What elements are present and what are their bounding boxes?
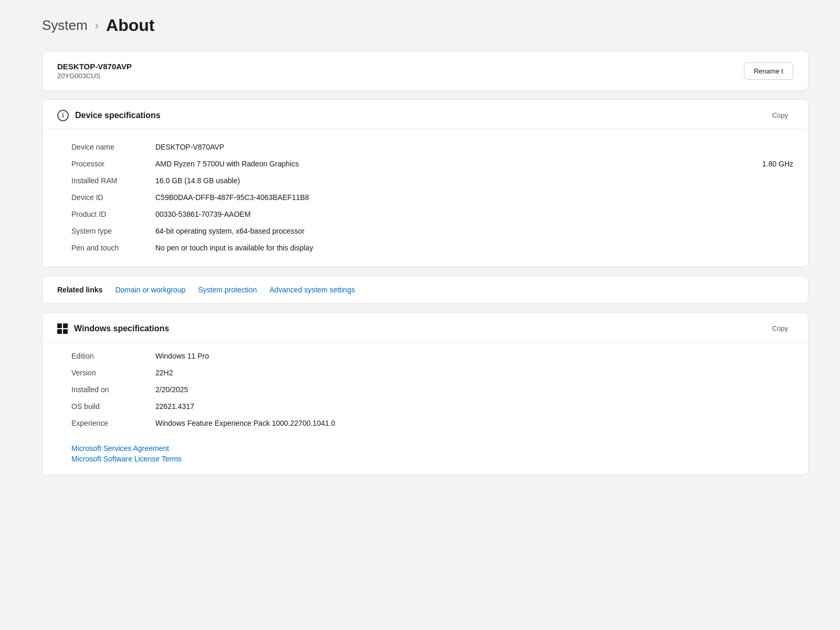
spec-value-edition: Windows 11 Pro — [155, 352, 793, 360]
spec-row-os-build: OS build 22621.4317 — [71, 398, 793, 415]
related-link-system-protection[interactable]: System protection — [196, 286, 259, 294]
spec-label-os-build: OS build — [71, 402, 155, 411]
spec-value-product-id: 00330-53861-70739-AAOEM — [155, 210, 793, 218]
breadcrumb: System › About — [42, 16, 808, 35]
device-specs-title: Device specifications — [75, 111, 161, 120]
spec-value-installed-on: 2/20/2025 — [155, 385, 793, 394]
related-links-section: Related links Domain or workgroup System… — [42, 276, 808, 304]
spec-value-pen-touch: No pen or touch input is available for t… — [155, 244, 793, 252]
related-link-domain[interactable]: Domain or workgroup — [113, 286, 187, 294]
spec-label-installed-on: Installed on — [71, 385, 155, 394]
spec-label-device-name: Device name — [71, 143, 155, 151]
windows-specs-header: Windows specifications Copy — [43, 313, 808, 342]
device-name-main: DESKTOP-V870AVP — [57, 62, 132, 71]
spec-label-edition: Edition — [71, 352, 155, 360]
spec-label-ram: Installed RAM — [71, 176, 155, 185]
spec-label-device-id: Device ID — [71, 193, 155, 202]
spec-row-product-id: Product ID 00330-53861-70739-AAOEM — [71, 206, 793, 223]
spec-label-processor: Processor — [71, 160, 155, 168]
windows-specs-table: Edition Windows 11 Pro Version 22H2 Inst… — [43, 342, 808, 442]
page-container: System › About DESKTOP-V870AVP 20YG003CU… — [0, 0, 840, 515]
windows-links-section: Microsoft Services Agreement Microsoft S… — [43, 442, 808, 475]
windows-specs-header-left: Windows specifications — [57, 323, 169, 334]
windows-specs-copy-button[interactable]: Copy — [767, 322, 793, 334]
spec-row-installed-on: Installed on 2/20/2025 — [71, 381, 793, 398]
ms-software-license-link[interactable]: Microsoft Software License Terms — [71, 455, 793, 463]
spec-label-system-type: System type — [71, 227, 155, 235]
spec-row-system-type: System type 64-bit operating system, x64… — [71, 223, 793, 239]
spec-label-version: Version — [71, 369, 155, 377]
spec-value-ram: 16.0 GB (14.8 GB usable) — [155, 176, 793, 185]
spec-row-experience: Experience Windows Feature Experience Pa… — [71, 415, 793, 432]
spec-value-os-build: 22621.4317 — [155, 402, 793, 411]
win-tile-3 — [57, 329, 62, 334]
device-specs-card: i Device specifications Copy Device name… — [42, 99, 808, 267]
breadcrumb-system: System — [42, 17, 88, 34]
spec-row-pen-touch: Pen and touch No pen or touch input is a… — [71, 239, 793, 256]
win-tile-4 — [63, 329, 68, 334]
device-header-section: DESKTOP-V870AVP 20YG003CUS Rename t — [42, 51, 808, 91]
device-specs-table: Device name DESKTOP-V870AVP Processor AM… — [43, 129, 808, 267]
spec-row-edition: Edition Windows 11 Pro — [71, 348, 793, 364]
related-link-advanced-settings[interactable]: Advanced system settings — [267, 286, 357, 294]
spec-value-system-type: 64-bit operating system, x64-based proce… — [155, 227, 793, 235]
spec-value-experience: Windows Feature Experience Pack 1000.227… — [155, 419, 793, 427]
info-icon: i — [57, 110, 69, 121]
spec-row-ram: Installed RAM 16.0 GB (14.8 GB usable) — [71, 172, 793, 189]
spec-value-processor-ghz: 1.80 GHz — [762, 160, 793, 168]
spec-value-processor: AMD Ryzen 7 5700U with Radeon Graphics — [155, 160, 747, 168]
spec-row-device-name: Device name DESKTOP-V870AVP — [71, 139, 793, 155]
breadcrumb-separator: › — [95, 19, 99, 33]
spec-value-version: 22H2 — [155, 369, 793, 377]
device-specs-header: i Device specifications Copy — [43, 100, 808, 129]
device-specs-header-left: i Device specifications — [57, 110, 161, 121]
spec-value-device-name: DESKTOP-V870AVP — [155, 143, 793, 151]
related-links-label: Related links — [57, 286, 102, 294]
win-tile-1 — [57, 323, 62, 328]
windows-specs-title: Windows specifications — [74, 324, 169, 333]
windows-specs-card: Windows specifications Copy Edition Wind… — [42, 312, 808, 475]
spec-row-device-id: Device ID C59B0DAA-DFFB-487F-95C3-4063BA… — [71, 189, 793, 206]
spec-label-experience: Experience — [71, 419, 155, 427]
spec-row-processor: Processor AMD Ryzen 7 5700U with Radeon … — [71, 155, 793, 172]
spec-value-device-id: C59B0DAA-DFFB-487F-95C3-4063BAEF11B8 — [155, 193, 793, 202]
windows-logo-icon — [57, 323, 68, 334]
spec-row-version: Version 22H2 — [71, 364, 793, 381]
ms-services-agreement-link[interactable]: Microsoft Services Agreement — [71, 444, 793, 453]
breadcrumb-about: About — [106, 16, 154, 35]
device-specs-copy-button[interactable]: Copy — [767, 109, 793, 121]
device-model: 20YG003CUS — [57, 72, 132, 80]
spec-label-product-id: Product ID — [71, 210, 155, 218]
spec-label-pen-touch: Pen and touch — [71, 244, 155, 252]
rename-button[interactable]: Rename t — [744, 62, 793, 80]
device-header-info: DESKTOP-V870AVP 20YG003CUS — [57, 62, 132, 80]
win-tile-2 — [63, 323, 68, 328]
